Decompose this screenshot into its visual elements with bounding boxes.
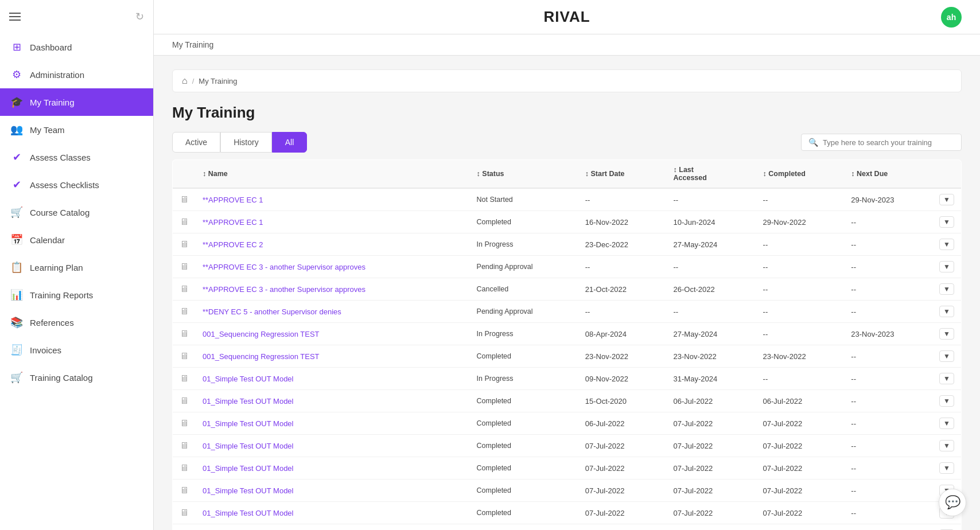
row-next-due: -- [844, 345, 932, 368]
row-action[interactable]: ▼ [932, 457, 961, 480]
hamburger-menu-icon[interactable] [9, 13, 21, 21]
row-dropdown-button[interactable]: ▼ [939, 440, 954, 451]
row-next-due: -- [844, 211, 932, 233]
row-name[interactable]: 001_Sequencing Regression TEST [196, 323, 470, 345]
row-icon: 🖥 [173, 256, 196, 278]
sidebar-item-label: Invoices [30, 345, 61, 355]
row-action[interactable]: ▼ [932, 390, 961, 412]
row-name[interactable]: 001_Sequencing Regression TEST [196, 345, 470, 368]
row-name[interactable]: 01_Simple Test OUT Model [196, 480, 470, 502]
row-dropdown-button[interactable]: ▼ [939, 373, 954, 384]
content-area: ⌂ / My Training My Training ActiveHistor… [154, 56, 980, 530]
row-action[interactable]: ▼ [932, 524, 961, 531]
sidebar-nav: ⊞ Dashboard ⚙ Administration 🎓 My Traini… [0, 33, 153, 391]
row-icon: 🖥 [173, 233, 196, 256]
row-name[interactable]: **DENY EC 5 - another Supervisor denies [196, 301, 470, 323]
row-dropdown-button[interactable]: ▼ [939, 418, 954, 429]
row-name[interactable]: **APPROVE EC 3 - another Supervisor appr… [196, 256, 470, 278]
row-action[interactable]: ▼ [932, 301, 961, 323]
row-action[interactable]: ▼ [932, 368, 961, 390]
row-icon: 🖥 [173, 524, 196, 531]
row-completed: -- [756, 323, 845, 345]
col-header-completed[interactable]: ↕ Completed [756, 160, 845, 189]
row-name[interactable]: **APPROVE EC 3 - another Supervisor appr… [196, 278, 470, 301]
row-last-accessed: 07-Jul-2022 [667, 412, 756, 435]
row-action[interactable]: ▼ [932, 345, 961, 368]
sidebar-item-my-training[interactable]: 🎓 My Training [0, 88, 153, 116]
breadcrumb-home-icon[interactable]: ⌂ [182, 76, 188, 86]
row-name[interactable]: **APPROVE EC 2 [196, 233, 470, 256]
row-dropdown-button[interactable]: ▼ [939, 283, 954, 295]
row-action[interactable]: ▼ [932, 188, 961, 211]
row-dropdown-button[interactable]: ▼ [939, 216, 954, 228]
toolbar-row: ActiveHistoryAll 🔍 [172, 132, 962, 153]
search-box[interactable]: 🔍 [801, 134, 962, 151]
back-icon[interactable]: ↻ [135, 10, 144, 23]
sidebar-item-dashboard[interactable]: ⊞ Dashboard [0, 33, 153, 61]
sidebar-item-invoices[interactable]: 🧾 Invoices [0, 336, 153, 364]
row-name[interactable]: 01_Simple Test OUT Model [196, 412, 470, 435]
row-action[interactable]: ▼ [932, 435, 961, 457]
search-input[interactable] [823, 138, 954, 147]
row-dropdown-button[interactable]: ▼ [939, 239, 954, 250]
sidebar-item-training-catalog[interactable]: 🛒 Training Catalog [0, 364, 153, 391]
monitor-icon: 🖥 [180, 239, 189, 249]
row-completed: 07-Jul-2022 [756, 412, 845, 435]
row-dropdown-button[interactable]: ▼ [939, 194, 954, 205]
monitor-icon: 🖥 [180, 217, 189, 227]
row-last-accessed: -- [667, 188, 756, 211]
row-action[interactable]: ▼ [932, 256, 961, 278]
sidebar-item-calendar[interactable]: 📅 Calendar [0, 226, 153, 254]
row-action[interactable]: ▼ [932, 412, 961, 435]
row-name[interactable]: **APPROVE EC 1 [196, 211, 470, 233]
sidebar-item-label: Training Reports [30, 290, 93, 300]
row-name[interactable]: 01_Simple Test OUT Model [196, 502, 470, 524]
row-dropdown-button[interactable]: ▼ [939, 328, 954, 340]
sidebar-item-label: Calendar [30, 235, 65, 245]
tab-active[interactable]: Active [172, 132, 220, 153]
monitor-icon: 🖥 [180, 306, 189, 316]
row-name[interactable]: 01_Simple Test OUT Model [196, 435, 470, 457]
row-dropdown-button[interactable]: ▼ [939, 306, 954, 317]
row-action[interactable]: ▼ [932, 233, 961, 256]
table-row: 🖥 **APPROVE EC 2 In Progress 23-Dec-2022… [173, 233, 962, 256]
tab-history[interactable]: History [220, 132, 272, 153]
course-icon: 🛒 [10, 206, 23, 219]
row-name[interactable]: 01_Simple Test OUT Model [196, 457, 470, 480]
user-avatar[interactable]: ah [941, 7, 962, 28]
sidebar-item-label: Learning Plan [30, 263, 83, 272]
col-header-last-accessed[interactable]: ↕ LastAccessed [667, 160, 756, 189]
row-name[interactable]: 01_Simple Test OUT Model [196, 368, 470, 390]
sidebar-item-label: References [30, 318, 74, 328]
sidebar-item-administration[interactable]: ⚙ Administration [0, 61, 153, 88]
table-row: 🖥 01_Simple Test OUT Model Completed 07-… [173, 502, 962, 524]
row-start-date: 07-Jul-2022 [578, 457, 667, 480]
tab-all[interactable]: All [272, 132, 308, 153]
sidebar-item-training-reports[interactable]: 📊 Training Reports [0, 281, 153, 309]
row-name[interactable]: **APPROVE EC 1 [196, 188, 470, 211]
chat-fab[interactable]: 💬 [939, 489, 966, 516]
sidebar-item-assess-checklists[interactable]: ✔ Assess Checklists [0, 171, 153, 198]
col-header-next-due[interactable]: ↕ Next Due [844, 160, 932, 189]
row-action[interactable]: ▼ [932, 211, 961, 233]
row-start-date: 15-Oct-2020 [578, 390, 667, 412]
col-header-status[interactable]: ↕ Status [470, 160, 578, 189]
col-header-name[interactable]: ↕ Name [196, 160, 470, 189]
row-dropdown-button[interactable]: ▼ [939, 395, 954, 407]
row-action[interactable]: ▼ [932, 278, 961, 301]
row-dropdown-button[interactable]: ▼ [939, 261, 954, 272]
row-name[interactable]: 01_Simple Test OUT Model [196, 524, 470, 531]
sidebar-item-my-team[interactable]: 👥 My Team [0, 116, 153, 143]
sidebar-item-learning-plan[interactable]: 📋 Learning Plan [0, 254, 153, 281]
sidebar-item-assess-classes[interactable]: ✔ Assess Classes [0, 143, 153, 171]
row-dropdown-button[interactable]: ▼ [939, 350, 954, 362]
row-action[interactable]: ▼ [932, 323, 961, 345]
col-header-start-date[interactable]: ↕ Start Date [578, 160, 667, 189]
row-name[interactable]: 01_Simple Test OUT Model [196, 390, 470, 412]
monitor-icon: 🖥 [180, 262, 189, 271]
sidebar-item-course-catalog[interactable]: 🛒 Course Catalog [0, 198, 153, 226]
row-dropdown-button[interactable]: ▼ [939, 462, 954, 474]
table-header-row: ↕ Name ↕ Status ↕ Start Date ↕ LastAcces… [173, 160, 962, 189]
row-completed: 07-Jul-2022 [756, 524, 845, 531]
sidebar-item-references[interactable]: 📚 References [0, 309, 153, 336]
